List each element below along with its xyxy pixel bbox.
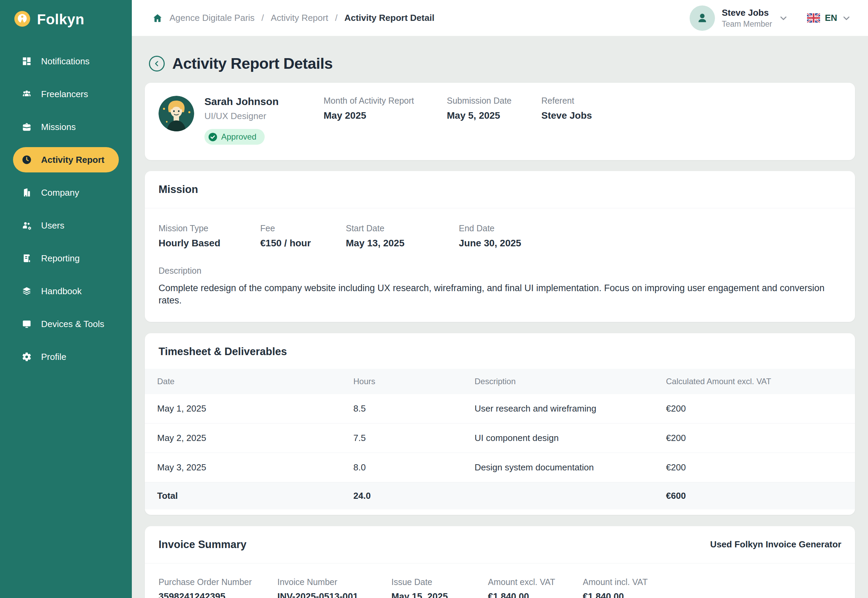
freelancer-avatar (159, 96, 194, 132)
field-submission-date: Submission Date May 5, 2025 (447, 96, 541, 121)
people-group-icon (21, 88, 32, 100)
sidebar-item-missions[interactable]: Missions (13, 114, 119, 140)
mission-body: Mission Type Hourly Based Fee €150 / hou… (145, 208, 855, 322)
sidebar-item-freelancers[interactable]: Freelancers (13, 81, 119, 107)
status-badge: Approved (204, 129, 265, 145)
total-amount: €600 (654, 482, 855, 510)
report-scroll-icon (21, 253, 32, 264)
breadcrumb-separator: / (335, 13, 337, 23)
sidebar-item-label: Handbook (41, 286, 82, 297)
sidebar-item-label: Company (41, 187, 79, 198)
sidebar-item-profile[interactable]: Profile (13, 344, 119, 369)
building-icon (21, 187, 32, 198)
sidebar: Folkyn Notifications Freelancers Mission… (0, 0, 132, 598)
sidebar-item-activity-report[interactable]: Activity Report (13, 147, 119, 172)
report-summary-card: Sarah Johnson UI/UX Designer Approved Mo… (145, 83, 855, 160)
field-invoice-number: Invoice Number INV-2025-0513-001 (277, 577, 391, 598)
total-hours: 24.0 (341, 482, 462, 510)
check-circle-icon (208, 132, 217, 142)
back-button[interactable] (149, 56, 165, 72)
chevron-down-icon (842, 14, 851, 22)
field-month-of-activity-report: Month of Activity Report May 2025 (324, 96, 447, 121)
timesheet-row: May 3, 2025 8.0 Design system documentat… (145, 453, 855, 482)
sidebar-menu: Notifications Freelancers Missions Activ… (0, 49, 132, 369)
user-avatar-icon (690, 6, 715, 31)
breadcrumb: Agence Digitale Paris / Activity Report … (152, 13, 435, 23)
invoice-summary-card: Invoice Summary Used Folkyn Invoice Gene… (145, 526, 855, 598)
breadcrumb-item-company[interactable]: Agence Digitale Paris (169, 13, 255, 23)
status-label: Approved (221, 132, 256, 142)
timesheet-title: Timesheet & Deliverables (159, 345, 841, 358)
field-purchase-order-number: Purchase Order Number 3598241242395 (159, 577, 277, 598)
invoice-title: Invoice Summary (159, 538, 247, 551)
page-title: Activity Report Details (172, 55, 333, 73)
timesheet-card: Timesheet & Deliverables Date Hours Desc… (145, 333, 855, 515)
field-start-date: Start Date May 13, 2025 (346, 223, 459, 249)
gear-icon (21, 351, 32, 362)
main-area: Agence Digitale Paris / Activity Report … (132, 0, 868, 598)
sidebar-item-label: Notifications (41, 56, 90, 67)
user-name: Steve Jobs (722, 7, 772, 18)
topbar-right: Steve Jobs Team Member EN (690, 6, 851, 31)
field-amount-incl-vat: Amount incl. VAT €1,840.00 (583, 577, 841, 598)
brand-name: Folkyn (37, 11, 84, 28)
home-icon[interactable] (152, 13, 163, 23)
invoice-generator-note: Used Folkyn Invoice Generator (710, 539, 841, 550)
field-mission-type: Mission Type Hourly Based (159, 223, 260, 249)
sidebar-item-reporting[interactable]: Reporting (13, 246, 119, 271)
sidebar-item-label: Devices & Tools (41, 319, 105, 329)
user-menu[interactable]: Steve Jobs Team Member (690, 6, 788, 31)
sidebar-item-handbook[interactable]: Handbook (13, 278, 119, 304)
sidebar-item-label: Users (41, 220, 64, 231)
timesheet-header-row: Date Hours Description Calculated Amount… (145, 369, 855, 394)
mission-description: Description Complete redesign of the com… (159, 266, 841, 307)
user-role: Team Member (722, 19, 772, 29)
description-text: Complete redesign of the company website… (159, 282, 841, 307)
page-head: Activity Report Details (149, 55, 855, 73)
timesheet-row: May 2, 2025 7.5 UI component design €200 (145, 423, 855, 453)
sidebar-item-notifications[interactable]: Notifications (13, 49, 119, 74)
freelancer-name: Sarah Johnson (204, 96, 324, 108)
column-header-amount: Calculated Amount excl. VAT (654, 369, 855, 394)
column-header-description: Description (462, 369, 654, 394)
total-label: Total (145, 482, 341, 510)
field-issue-date: Issue Date May 15, 2025 (391, 577, 488, 598)
brand-logo[interactable]: Folkyn (0, 0, 132, 29)
breadcrumb-item-activity-report[interactable]: Activity Report (271, 13, 328, 23)
sidebar-item-label: Profile (41, 352, 66, 362)
chevron-down-icon (779, 14, 788, 22)
layers-icon (21, 286, 32, 297)
timesheet-table: Date Hours Description Calculated Amount… (145, 369, 855, 510)
description-label: Description (159, 266, 841, 276)
sidebar-item-label: Missions (41, 122, 76, 132)
freelancer-role: UI/UX Designer (204, 111, 324, 121)
column-header-date: Date (145, 369, 341, 394)
invoice-card-header: Invoice Summary Used Folkyn Invoice Gene… (145, 526, 855, 564)
column-header-hours: Hours (341, 369, 462, 394)
freelancer-info: Sarah Johnson UI/UX Designer Approved (204, 96, 324, 145)
language-code: EN (825, 13, 837, 23)
clock-icon (21, 154, 32, 165)
monitor-icon (21, 318, 32, 329)
field-end-date: End Date June 30, 2025 (459, 223, 841, 249)
sidebar-item-label: Reporting (41, 253, 80, 264)
breadcrumb-separator: / (262, 13, 264, 23)
briefcase-icon (21, 121, 32, 132)
language-selector[interactable]: EN (807, 13, 851, 23)
sidebar-item-company[interactable]: Company (13, 180, 119, 205)
invoice-body: Purchase Order Number 3598241242395 Invo… (145, 564, 855, 598)
mission-title: Mission (159, 183, 198, 196)
mission-card: Mission Mission Type Hourly Based Fee €1… (145, 171, 855, 322)
field-amount-excl-vat: Amount excl. VAT €1,840.00 (488, 577, 583, 598)
timesheet-row: May 1, 2025 8.5 User research and wirefr… (145, 394, 855, 423)
sidebar-item-devices-tools[interactable]: Devices & Tools (13, 311, 119, 336)
mission-card-header: Mission (145, 171, 855, 208)
breadcrumb-item-current: Activity Report Detail (345, 13, 435, 23)
sidebar-item-users[interactable]: Users (13, 213, 119, 238)
field-fee: Fee €150 / hour (260, 223, 346, 249)
folkyn-logo-icon (14, 10, 31, 29)
people-gear-icon (21, 220, 32, 231)
sidebar-item-label: Activity Report (41, 155, 105, 165)
timesheet-total-row: Total 24.0 €600 (145, 482, 855, 510)
field-referent: Referent Steve Jobs (541, 96, 841, 121)
